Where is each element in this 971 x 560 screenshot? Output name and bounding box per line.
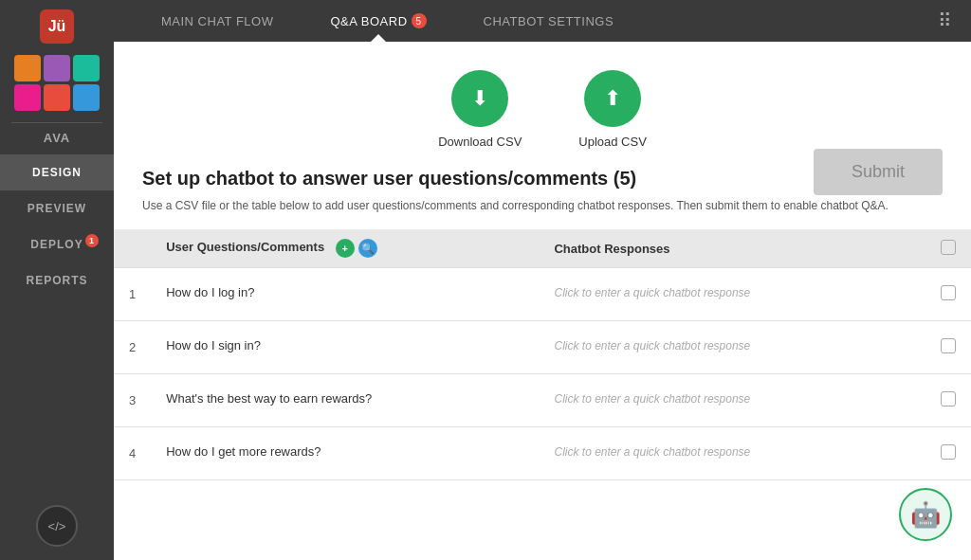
avatar xyxy=(73,55,100,81)
qa-table: User Questions/Comments + 🔍 Chatbot Resp… xyxy=(114,229,971,480)
row-checkbox-cell[interactable] xyxy=(925,321,971,374)
chatbot-avatar[interactable]: 🤖 xyxy=(899,488,952,541)
qa-board-badge: 5 xyxy=(412,13,427,28)
download-icon: ⬇ xyxy=(451,70,508,127)
question-actions: + 🔍 xyxy=(336,239,377,258)
row-checkbox-cell[interactable] xyxy=(925,374,971,427)
row-select-checkbox[interactable] xyxy=(941,391,956,406)
avatar-grid xyxy=(14,49,100,118)
search-question-button[interactable]: 🔍 xyxy=(358,239,377,258)
topnav-label: CHATBOT SETTINGS xyxy=(484,14,614,28)
sidebar-item-reports[interactable]: REPORTS xyxy=(0,262,114,298)
select-all-checkbox[interactable] xyxy=(941,240,956,255)
table-row: 1 How do I log in? Click to enter a quic… xyxy=(114,268,971,321)
topnav-main-chat-flow[interactable]: MAIN CHAT FLOW xyxy=(133,0,302,42)
row-response[interactable]: Click to enter a quick chatbot response xyxy=(539,374,925,427)
row-checkbox-cell[interactable] xyxy=(925,427,971,480)
row-question: How do I sign in? xyxy=(151,321,539,374)
row-question: What's the best way to earn rewards? xyxy=(151,374,539,427)
row-checkbox-cell[interactable] xyxy=(925,268,971,321)
row-response[interactable]: Click to enter a quick chatbot response xyxy=(539,321,925,374)
row-response[interactable]: Click to enter a quick chatbot response xyxy=(539,427,925,480)
logo-area: Jü xyxy=(0,0,114,49)
main-panel: MAIN CHAT FLOW Q&A BOARD 5 CHATBOT SETTI… xyxy=(114,0,971,560)
topnav-qa-board[interactable]: Q&A BOARD 5 xyxy=(302,0,454,42)
content-area: ⬇ Download CSV ⬆ Upload CSV Submit Set u… xyxy=(114,42,971,560)
sidebar-item-preview[interactable]: PREVIEW xyxy=(0,190,114,226)
sidebar-item-design[interactable]: DESIGN xyxy=(0,154,114,190)
topnav-label: Q&A BOARD xyxy=(330,14,407,28)
table-header-row: User Questions/Comments + 🔍 Chatbot Resp… xyxy=(114,229,971,268)
topnav: MAIN CHAT FLOW Q&A BOARD 5 CHATBOT SETTI… xyxy=(114,0,971,42)
instructions-section: Submit Set up chatbot to answer user que… xyxy=(114,168,971,229)
more-options-icon[interactable]: ⠿ xyxy=(938,9,952,32)
row-select-checkbox[interactable] xyxy=(941,285,956,300)
row-question: How do I get more rewards? xyxy=(151,427,539,480)
upload-icon: ⬆ xyxy=(584,70,641,127)
table-row: 2 How do I sign in? Click to enter a qui… xyxy=(114,321,971,374)
table-row: 4 How do I get more rewards? Click to en… xyxy=(114,427,971,480)
user-name: AVA xyxy=(44,131,71,145)
instructions-text: Use a CSV file or the table below to add… xyxy=(142,197,943,214)
sidebar: Jü AVA DESIGN PREVIEW DEPLOY 1 REPORTS <… xyxy=(0,0,114,560)
avatar xyxy=(14,84,41,111)
code-icon: </> xyxy=(48,519,66,533)
code-button[interactable]: </> xyxy=(36,505,78,547)
sidebar-item-deploy[interactable]: DEPLOY 1 xyxy=(0,226,114,262)
avatar xyxy=(73,84,100,111)
deploy-badge: 1 xyxy=(85,234,99,247)
row-select-checkbox[interactable] xyxy=(941,444,956,460)
col-number xyxy=(114,229,151,268)
row-number: 1 xyxy=(114,268,151,321)
avatar xyxy=(14,55,41,81)
app-logo[interactable]: Jü xyxy=(40,9,74,44)
row-number: 4 xyxy=(114,427,151,480)
download-csv-label: Download CSV xyxy=(438,135,522,149)
upload-csv-button[interactable]: ⬆ Upload CSV xyxy=(578,70,647,149)
avatar xyxy=(44,55,70,81)
col-questions: User Questions/Comments + 🔍 xyxy=(151,229,539,268)
topnav-chatbot-settings[interactable]: CHATBOT SETTINGS xyxy=(455,0,643,42)
row-question: How do I log in? xyxy=(151,268,539,321)
row-response[interactable]: Click to enter a quick chatbot response xyxy=(539,268,925,321)
submit-button[interactable]: Submit xyxy=(814,149,943,195)
sidebar-nav: DESIGN PREVIEW DEPLOY 1 REPORTS xyxy=(0,154,114,298)
divider xyxy=(11,122,102,123)
add-question-button[interactable]: + xyxy=(336,239,355,258)
row-number: 2 xyxy=(114,321,151,374)
col-responses: Chatbot Responses xyxy=(539,229,925,268)
download-csv-button[interactable]: ⬇ Download CSV xyxy=(438,70,522,149)
logo-text: Jü xyxy=(48,18,66,35)
col-select-all[interactable] xyxy=(925,229,971,268)
row-select-checkbox[interactable] xyxy=(941,338,956,353)
avatar xyxy=(44,84,70,111)
topnav-label: MAIN CHAT FLOW xyxy=(161,14,273,28)
table-row: 3 What's the best way to earn rewards? C… xyxy=(114,374,971,427)
upload-csv-label: Upload CSV xyxy=(578,135,647,149)
row-number: 3 xyxy=(114,374,151,427)
